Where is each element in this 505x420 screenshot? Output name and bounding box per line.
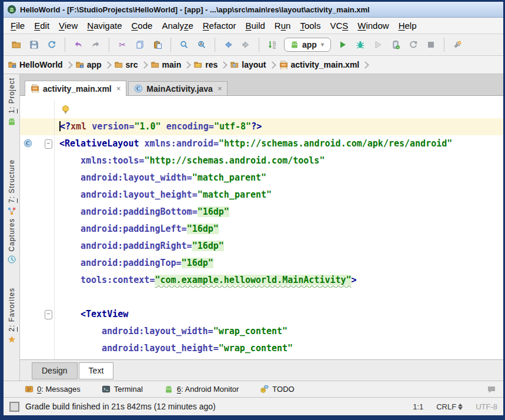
code-line-1[interactable]: <?xml version="1.0" encoding="utf-8"?>: [20, 118, 503, 135]
editor-tab-mainactivity-java[interactable]: CMainActivity.java×: [128, 81, 228, 95]
undo-icon: [73, 40, 83, 49]
code-line-10[interactable]: tools:context="com.example.helloworld.Ma…: [20, 272, 503, 289]
debug-button[interactable]: [352, 36, 369, 53]
settings-wrench-icon: [453, 40, 462, 49]
breadcrumb-item-activity-main-xml[interactable]: <>activity_main.xml: [279, 60, 360, 69]
redo-button[interactable]: [88, 36, 104, 53]
updown-arrows-icon: [458, 404, 463, 410]
copy-button[interactable]: [132, 36, 148, 53]
open-folder-button[interactable]: [8, 36, 25, 53]
res-folder-icon: [194, 61, 202, 69]
menu-run[interactable]: Run: [270, 19, 296, 32]
event-log-icon[interactable]: [487, 385, 496, 394]
line-ending-selector[interactable]: CRLF: [436, 402, 463, 411]
code-line-12[interactable]: −<TextView: [20, 306, 503, 323]
code-line-2[interactable]: C−<RelativeLayout xmlns:android="http://…: [20, 135, 503, 152]
attach-device-button[interactable]: +: [387, 36, 404, 53]
terminal-icon: [102, 385, 111, 394]
class-marker-icon[interactable]: C: [24, 139, 32, 148]
tool-window-button-0-messages[interactable]: 0: Messages: [25, 385, 81, 394]
svg-text:<>: <>: [281, 62, 286, 66]
code-line-8[interactable]: android:paddingRight="16dp": [20, 238, 503, 255]
fold-collapse-icon[interactable]: −: [45, 310, 52, 319]
menu-tools[interactable]: Tools: [295, 19, 325, 32]
fold-collapse-icon[interactable]: −: [45, 139, 52, 149]
code-line-6[interactable]: android:paddingBottom="16dp": [20, 204, 503, 221]
tool-window-button-2-favorites[interactable]: 2: Favorites: [8, 288, 16, 344]
tool-window-button-captures[interactable]: Captures: [7, 218, 16, 265]
menu-edit[interactable]: Edit: [29, 19, 54, 32]
code-line-3[interactable]: xmlns:tools="http://schemas.android.com/…: [20, 152, 503, 169]
tab-design[interactable]: Design: [32, 362, 78, 379]
code-line-5[interactable]: android:layout_height="match_parent": [20, 186, 503, 204]
breadcrumb-item-layout[interactable]: layout: [230, 60, 266, 69]
tab-text[interactable]: Text: [79, 362, 114, 379]
svg-text:<>: <>: [33, 86, 38, 90]
menu-help[interactable]: Help: [394, 19, 422, 32]
toolbar-separator: [109, 38, 109, 52]
tool-window-button-7-structure[interactable]: 7: Structure: [7, 159, 16, 216]
breadcrumb-item-res[interactable]: res: [194, 60, 218, 69]
stop-icon: [426, 40, 436, 49]
menu-view[interactable]: View: [54, 19, 82, 32]
code-editor[interactable]: <?xml version="1.0" encoding="utf-8"?>C−…: [20, 96, 503, 359]
tool-window-button-terminal[interactable]: Terminal: [102, 385, 143, 394]
file-encoding[interactable]: UTF-8: [476, 402, 497, 411]
save-all-button[interactable]: [26, 36, 42, 53]
caret-position[interactable]: 1:1: [413, 402, 423, 411]
gutter: [20, 357, 55, 359]
design-text-switcher: DesignText: [20, 359, 503, 381]
android-studio-logo-icon: [7, 5, 16, 14]
android-studio-window: HelloWorld - [F:\StudioProjects\HelloWor…: [0, 0, 505, 420]
editor-tab-activity-main-xml[interactable]: <>activity_main.xml×: [25, 81, 126, 96]
menu-vcs[interactable]: VCS: [325, 19, 353, 32]
run-configuration-combo[interactable]: app▼: [284, 38, 331, 52]
menu-analyze[interactable]: Analyze: [157, 19, 198, 32]
code-line-4[interactable]: android:layout_width="match_parent": [20, 169, 503, 186]
cut-icon: ✂: [118, 40, 127, 49]
tool-window-label: 1: Project: [8, 78, 16, 114]
breadcrumb-item-app[interactable]: app: [76, 60, 102, 69]
coverage-icon: [373, 40, 383, 49]
close-tab-icon[interactable]: ×: [116, 84, 121, 93]
updown-numbers-button[interactable]: 011001: [264, 36, 280, 53]
menu-file[interactable]: File: [6, 19, 29, 32]
menu-code[interactable]: Code: [127, 19, 158, 32]
breadcrumb-item-helloworld[interactable]: HelloWorld: [8, 60, 63, 69]
tool-window-button-todo[interactable]: TODO: [260, 385, 294, 394]
back-button[interactable]: [220, 36, 236, 53]
undo-button[interactable]: [70, 36, 86, 53]
code-line-9[interactable]: android:paddingTop="16dp": [20, 255, 503, 272]
intention-bulb-icon[interactable]: [61, 105, 71, 115]
replace-button[interactable]: A: [193, 36, 210, 53]
paste-button[interactable]: [149, 36, 166, 53]
title-bar[interactable]: HelloWorld - [F:\StudioProjects\HelloWor…: [4, 2, 503, 18]
sync-button[interactable]: [44, 36, 60, 53]
tool-window-button-6-android-monitor[interactable]: 6: Android Monitor: [164, 385, 239, 394]
code-line-11[interactable]: [20, 289, 503, 306]
run-button[interactable]: [335, 36, 351, 53]
tool-window-button-1-project[interactable]: 1: Project: [7, 78, 16, 126]
stop-button[interactable]: [423, 36, 439, 53]
find-button[interactable]: [176, 36, 192, 53]
breadcrumb-item-main[interactable]: main: [151, 60, 182, 69]
code-line-7[interactable]: android:paddingLeft="16dp": [20, 221, 503, 238]
close-tab-icon[interactable]: ×: [218, 84, 222, 93]
code-line-14[interactable]: android:layout_height="wrap_content": [20, 340, 503, 357]
code-line-15[interactable]: android:text="Hello World!" />: [20, 357, 503, 359]
rerun-button[interactable]: [405, 36, 422, 53]
menu-navigate[interactable]: Navigate: [82, 19, 126, 32]
cut-button[interactable]: ✂: [114, 36, 131, 53]
chevron-right-icon: [362, 61, 369, 69]
breadcrumb-item-src[interactable]: src: [115, 60, 138, 69]
menu-window[interactable]: Window: [353, 19, 393, 32]
menu-build[interactable]: Build: [240, 19, 269, 32]
settings-wrench-button[interactable]: [449, 36, 466, 53]
menu-refactor[interactable]: Refactor: [198, 19, 241, 32]
forward-button[interactable]: [238, 36, 254, 53]
code-line-13[interactable]: android:layout_width="wrap_content": [20, 323, 503, 340]
coverage-button[interactable]: [370, 36, 386, 53]
redo-icon: [91, 40, 101, 49]
toggle-tool-windows-icon[interactable]: [9, 402, 19, 412]
rerun-icon: [409, 40, 418, 49]
